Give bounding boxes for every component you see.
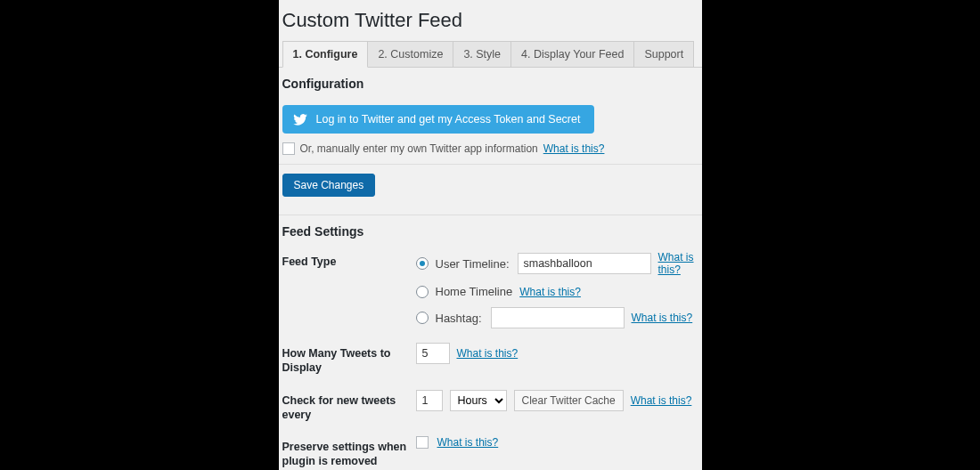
tab-customize[interactable]: 2. Customize [367,41,453,67]
configuration-heading: Configuration [279,68,702,96]
home-timeline-help-link[interactable]: What is this? [519,286,581,298]
tab-style[interactable]: 3. Style [453,41,511,67]
tab-display-feed[interactable]: 4. Display Your Feed [510,41,634,67]
twitter-login-label: Log in to Twitter and get my Access Toke… [316,113,581,126]
check-interval-input[interactable] [416,390,443,411]
manual-entry-help-link[interactable]: What is this? [543,142,605,155]
tab-support[interactable]: Support [633,41,694,67]
hashtag-label: Hashtag: [436,312,484,325]
page-title: Custom Twitter Feed [279,9,702,41]
user-timeline-help-link[interactable]: What is this? [658,251,702,276]
hashtag-help-link[interactable]: What is this? [632,312,693,324]
home-timeline-label: Home Timeline [436,285,513,298]
clear-cache-button[interactable]: Clear Twitter Cache [514,390,624,411]
save-changes-button[interactable]: Save Changes [282,174,376,197]
hashtag-input[interactable] [491,307,625,328]
manual-entry-checkbox[interactable] [282,142,295,155]
feed-type-hashtag-radio[interactable] [416,312,429,324]
tab-configure[interactable]: 1. Configure [282,41,369,68]
preserve-settings-label: Preserve settings when plugin is removed [282,436,416,469]
tweet-count-label: How Many Tweets to Display [282,343,416,376]
user-timeline-input[interactable] [518,253,651,274]
preserve-settings-checkbox[interactable] [416,436,429,449]
preserve-settings-help-link[interactable]: What is this? [437,436,499,449]
tweet-count-help-link[interactable]: What is this? [457,347,519,360]
feed-type-user-timeline-radio[interactable] [416,257,429,270]
feed-type-label: Feed Type [282,251,416,269]
twitter-login-button[interactable]: Log in to Twitter and get my Access Toke… [282,105,595,134]
twitter-icon [293,114,307,126]
tab-bar: 1. Configure 2. Customize 3. Style 4. Di… [279,41,702,68]
feed-type-home-timeline-radio[interactable] [416,286,429,298]
user-timeline-label: User Timeline: [436,257,510,271]
feed-settings-heading: Feed Settings [279,215,702,244]
check-interval-unit-select[interactable]: Hours [450,390,507,411]
tweet-count-input[interactable] [416,343,450,364]
check-interval-label: Check for new tweets every [282,390,416,423]
check-interval-help-link[interactable]: What is this? [631,394,692,407]
manual-entry-label: Or, manually enter my own Twitter app in… [300,142,538,155]
